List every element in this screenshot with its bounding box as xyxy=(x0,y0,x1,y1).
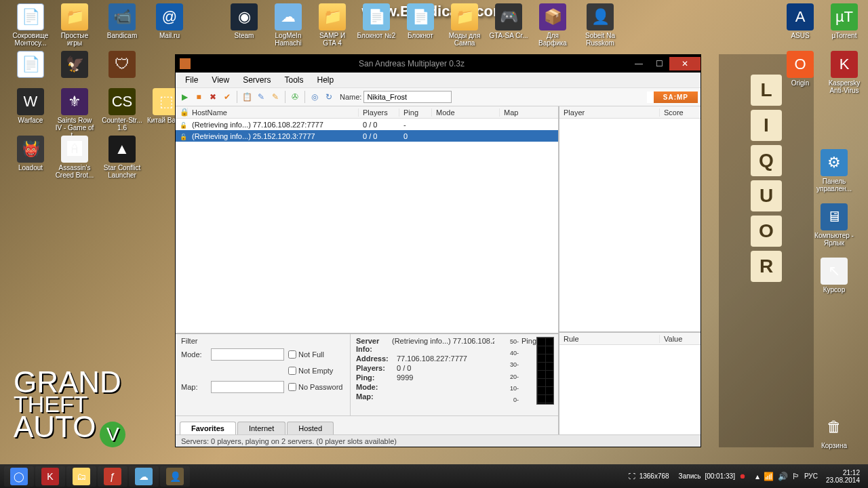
desktop-icon[interactable]: AASUS xyxy=(780,3,821,39)
name-label: Name: xyxy=(340,93,361,101)
col-hostname[interactable]: HostName xyxy=(188,108,359,117)
taskbar: ◯K🗂ƒ☁👤 ⛶1366x768 Запись[00:01:33]⏺ ▴ 📶 🔊… xyxy=(0,464,868,488)
rename-icon[interactable]: ✎ xyxy=(269,91,281,103)
desktop-icon[interactable]: 📁SAMP И GTA 4 xyxy=(312,3,353,47)
desktop-icon[interactable]: 🛡 xyxy=(102,51,142,79)
filter-nopass[interactable]: No Password xyxy=(288,383,342,391)
minimize-button[interactable]: — xyxy=(629,57,649,70)
desktop-icon[interactable]: 📁Моды для Сампа xyxy=(444,3,485,47)
filter-title: Filter xyxy=(181,337,344,345)
network-icon[interactable]: 📶 xyxy=(764,472,774,481)
menu-tools[interactable]: Tools xyxy=(277,74,310,86)
tray-up-icon[interactable]: ▴ xyxy=(755,472,760,481)
col-mode[interactable]: Mode xyxy=(432,108,500,117)
col-map[interactable]: Map xyxy=(500,108,558,117)
desktop-icon[interactable]: 🎮GTA-SA Cr... xyxy=(488,3,529,39)
samp-badge: SA:MP xyxy=(647,92,698,103)
menu-servers[interactable]: Servers xyxy=(236,74,277,86)
col-players[interactable]: Players xyxy=(359,108,399,117)
desktop-icon[interactable]: 🅰Assassin's Creed Brot... xyxy=(54,136,95,179)
toolbar: ▶■✖✔📋✎✎✇◎↻ Name: SA:MP xyxy=(176,87,701,106)
col-ping[interactable]: Ping xyxy=(399,108,432,117)
explorer-icon[interactable]: 🗂 xyxy=(66,466,96,487)
desktop-icon[interactable]: 🗑Корзина xyxy=(814,413,854,449)
refresh-icon[interactable]: ✇ xyxy=(289,91,301,103)
ping-graph-canvas xyxy=(536,337,554,405)
name-input[interactable] xyxy=(363,91,452,103)
recording-indicator[interactable]: Запись[00:01:33]⏺ xyxy=(679,472,746,480)
desktop-icon[interactable]: ↖Курсор xyxy=(814,258,854,293)
desktop-icon[interactable]: 📁Простые игры xyxy=(54,3,95,47)
menu-file[interactable]: File xyxy=(178,74,205,86)
desktop-icon[interactable]: ◉Steam xyxy=(224,3,264,39)
desktop-icon[interactable]: ▲Star Conflict Launcher xyxy=(102,136,142,179)
connect-icon[interactable]: ▶ xyxy=(178,91,191,103)
server-list[interactable]: (Retrieving info...) 77.106.108.227:7777… xyxy=(176,119,558,333)
server-row[interactable]: (Retrieving info...) 25.152.120.3:77770 … xyxy=(176,130,558,142)
chrome-icon[interactable]: ◯ xyxy=(4,466,34,487)
flash-icon[interactable]: ƒ xyxy=(98,466,127,487)
filter-mode-label: Mode: xyxy=(181,350,207,359)
gtav-logo: grand theft autoV xyxy=(14,369,125,447)
server-row[interactable]: (Retrieving info...) 77.106.108.227:7777… xyxy=(176,119,558,130)
col-player[interactable]: Player xyxy=(559,108,660,117)
desktop-icon[interactable]: 📹Bandicam xyxy=(102,3,142,39)
samp-icon[interactable]: 👤 xyxy=(160,466,190,487)
filter-panel: Filter Mode: Not Full Not Empty Map: No … xyxy=(176,334,351,415)
maximize-button[interactable]: ☐ xyxy=(649,57,669,70)
desktop-icon[interactable]: 📄 xyxy=(10,51,51,79)
ping-graph: 50-40-30-20-10-0- Ping xyxy=(500,334,558,415)
filter-map-label: Map: xyxy=(181,383,207,391)
col-lock-icon[interactable]: 🔒 xyxy=(176,108,188,117)
window-title: San Andreas Multiplayer 0.3z xyxy=(195,59,629,68)
desktop-icon[interactable]: 📄Блокнот №2 xyxy=(356,3,397,39)
desktop-icon[interactable]: ☁LogMeIn Hamachi xyxy=(268,3,309,47)
tab-internet[interactable]: Internet xyxy=(237,422,285,434)
desktop-icon[interactable]: WWarface xyxy=(10,88,51,124)
desktop-icon[interactable]: 🦅 xyxy=(54,51,95,79)
edit-icon[interactable]: ✎ xyxy=(255,91,267,103)
menu-view[interactable]: View xyxy=(205,74,236,86)
desktop-icon[interactable]: 🖥Компьютер - Ярлык xyxy=(814,203,854,247)
desktop-icon[interactable]: µTµTorrent xyxy=(824,3,865,39)
desktop-icon[interactable]: 📄Блокнот xyxy=(400,3,441,39)
desktop-icon[interactable]: OOrigin xyxy=(780,51,821,87)
server-list-header: 🔒 HostName Players Ping Mode Map xyxy=(176,106,558,119)
col-score[interactable]: Score xyxy=(660,108,701,117)
desktop-icon[interactable]: @Mail.ru xyxy=(149,3,190,39)
desktop-icon[interactable]: CSCounter-Str... 1.6 xyxy=(102,88,142,131)
players-panel: Player Score xyxy=(559,106,701,333)
desktop-icon[interactable]: KKaspersky Anti-Virus xyxy=(824,51,865,94)
tab-favorites[interactable]: Favorites xyxy=(180,422,236,434)
flag-icon[interactable]: 🏳 xyxy=(792,472,800,481)
reload-icon[interactable]: ↻ xyxy=(323,91,335,103)
desktop-icon[interactable]: ⚜Saints Row IV - Game of t... xyxy=(54,88,95,139)
col-value[interactable]: Value xyxy=(660,335,701,343)
tab-hosted[interactable]: Hosted xyxy=(287,422,334,434)
delete-icon[interactable]: ✖ xyxy=(207,91,219,103)
clock[interactable]: 21:1223.08.2014 xyxy=(822,469,864,484)
close-button[interactable]: ✕ xyxy=(669,57,701,70)
volume-icon[interactable]: 🔊 xyxy=(778,472,788,481)
stop-icon[interactable]: ■ xyxy=(193,91,205,103)
desktop-icon[interactable]: ⚙Панель управлен... xyxy=(814,149,854,192)
kaspersky-icon[interactable]: K xyxy=(35,466,65,487)
desktop-icon[interactable]: 👤Sobeit Na Russkom xyxy=(580,3,620,47)
hamachi-icon[interactable]: ☁ xyxy=(129,466,159,487)
desktop-icon[interactable]: 👹Loadout xyxy=(10,136,51,171)
language-indicator[interactable]: РУС xyxy=(804,472,818,480)
titlebar[interactable]: San Andreas Multiplayer 0.3z — ☐ ✕ xyxy=(176,55,701,73)
filter-notempty[interactable]: Not Empty xyxy=(288,367,333,375)
filter-notfull[interactable]: Not Full xyxy=(288,350,324,359)
web-icon[interactable]: ◎ xyxy=(309,91,321,103)
menu-help[interactable]: Help xyxy=(311,74,341,86)
liquor-sign: LIQUOR xyxy=(719,54,814,447)
system-tray[interactable]: ▴ 📶 🔊 🏳 РУС 21:1223.08.2014 xyxy=(755,469,864,484)
add-fav-icon[interactable]: ✔ xyxy=(221,91,233,103)
filter-mode-input[interactable] xyxy=(211,348,284,361)
desktop-icon[interactable]: 📦Для Варфика xyxy=(532,3,573,47)
desktop-icon[interactable]: 📄Сокровище Монтосу... xyxy=(10,3,51,47)
filter-map-input[interactable] xyxy=(211,381,284,393)
col-rule[interactable]: Rule xyxy=(559,335,660,343)
copy-icon[interactable]: 📋 xyxy=(241,91,253,103)
